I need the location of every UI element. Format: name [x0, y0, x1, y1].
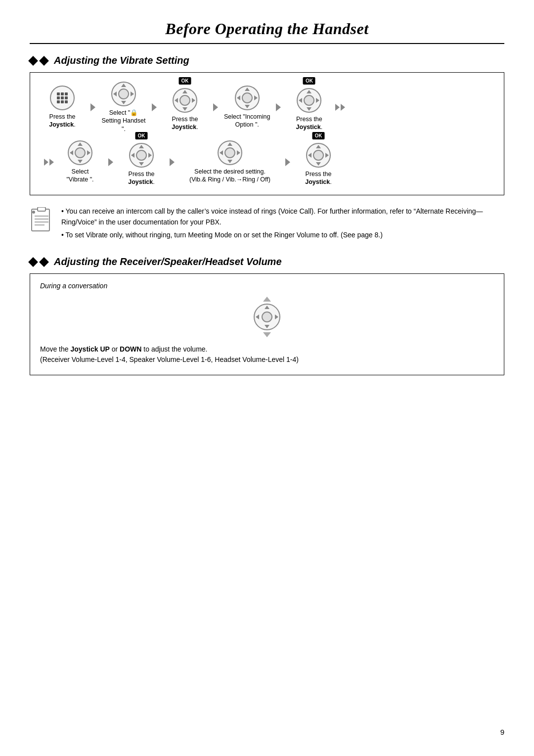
arrow-sep-7: [279, 158, 296, 166]
arrow-sep-5: [102, 158, 119, 166]
step-label-6: Select"Vibrate ".: [66, 168, 93, 184]
note-1: You can receive an intercom call by the …: [61, 206, 504, 227]
diamond-icon-1: [28, 56, 38, 66]
arrow-left: [70, 150, 73, 155]
arrow-left: [220, 150, 223, 155]
menu-joystick-icon: [50, 86, 75, 110]
step-select-vibrate: Select"Vibrate ".: [58, 140, 102, 184]
receiver-instruction-text: Move the Joystick UP or DOWN to adjust t…: [40, 344, 494, 365]
step-select-incoming: Select "IncomingOption ".: [224, 86, 270, 129]
diamond-icon-4: [39, 257, 49, 267]
double-arrow-icon-2: [44, 159, 54, 166]
down-arrow-icon: [263, 332, 271, 337]
arrow-up: [121, 84, 126, 87]
step-label-1: Press the Joystick.: [49, 113, 76, 129]
arrow-right: [148, 153, 152, 158]
arrow-icon-5: [108, 158, 113, 166]
arrow-left: [175, 98, 178, 103]
arrow-up: [78, 142, 83, 146]
arrow-down: [139, 162, 144, 166]
arrow-sep-6: [164, 158, 180, 166]
diamond-icon-2: [39, 56, 49, 66]
double-arrow-sep-end: [331, 104, 349, 111]
arrow-down: [245, 105, 250, 108]
ok-badge-2: OK: [303, 77, 315, 85]
arrow-icon-2: [152, 103, 157, 111]
arrow-down: [227, 160, 232, 163]
arrow-up: [139, 145, 144, 148]
step-label-5: Press theJoystick.: [296, 115, 323, 132]
diamond-icon-3: [28, 257, 38, 267]
step-label-7: Press theJoystick.: [128, 170, 155, 186]
arrow-right: [254, 95, 258, 100]
arrow-icon-4: [276, 103, 281, 111]
vibrate-instruction-box: Press the Joystick. Select "🔒Setting: [30, 72, 504, 195]
step-ok-press-4: OK Press theJoystick.: [296, 138, 341, 186]
notes-section: You can receive an intercom call by the …: [30, 206, 504, 242]
step-select-setting: Select the desired setting.(Vib.& Ring /…: [180, 140, 279, 184]
ok-badge-1: OK: [179, 77, 191, 85]
arrow-down: [307, 107, 312, 111]
receiver-instruction-box: During a conversation Move the Joystick …: [30, 273, 504, 375]
step-ok-press-3: OK Press theJoystick.: [119, 138, 164, 186]
arrow-sep-1: [85, 103, 101, 111]
arrow-down: [316, 162, 321, 166]
svg-point-6: [32, 211, 35, 214]
arrow-down: [265, 325, 269, 328]
arrow-sep-3: [207, 103, 224, 111]
arrow-up: [316, 145, 321, 148]
arrow-right: [325, 153, 329, 158]
arrow-up: [245, 88, 250, 91]
arrow-sep-2: [146, 103, 163, 111]
step-select-1: Select "🔒Setting Handset".: [101, 82, 146, 133]
step-label-2: Select "🔒Setting Handset".: [102, 109, 146, 133]
arrow-down: [182, 107, 187, 111]
step-ok-press-2: OK Press theJoystick.: [287, 83, 331, 132]
up-arrow-icon: [263, 297, 271, 302]
page-title: Before Operating the Handset: [30, 20, 504, 38]
arrow-icon-1: [90, 103, 95, 111]
arrow-right: [316, 98, 319, 103]
arrow-icon-3: [213, 103, 218, 111]
arrow-sep-4: [270, 103, 287, 111]
arrow-right: [87, 150, 90, 155]
notepad-icon: [30, 207, 53, 233]
step-label-8: Select the desired setting.(Vib.& Ring /…: [189, 168, 270, 184]
double-arrow-icon: [335, 104, 345, 111]
ok-badge-4: OK: [312, 132, 325, 139]
arrow-left: [131, 153, 134, 158]
svg-rect-1: [38, 207, 45, 211]
arrow-left: [237, 95, 240, 100]
arrow-down: [78, 160, 83, 163]
receiver-joystick: [40, 297, 494, 337]
arrow-right: [237, 150, 240, 155]
arrow-right: [275, 314, 278, 319]
step-ok-press-1: OK Press theJoystick.: [163, 83, 207, 132]
arrow-icon-6: [170, 158, 175, 166]
arrow-right: [131, 91, 134, 96]
notes-text: You can receive an intercom call by the …: [61, 206, 504, 242]
arrow-left: [256, 314, 259, 319]
arrow-icon-7: [285, 158, 290, 166]
ok-badge-3: OK: [135, 132, 148, 139]
arrow-left: [113, 91, 117, 96]
title-divider: [30, 43, 504, 44]
vibrate-row-2: Select"Vibrate ". OK: [40, 138, 494, 186]
section2-header: Adjusting the Receiver/Speaker/Headset V…: [30, 256, 504, 267]
double-arrow-sep-start: [40, 159, 58, 166]
arrow-left: [308, 153, 312, 158]
arrow-up: [307, 90, 312, 93]
during-conversation: During a conversation: [40, 282, 494, 290]
arrow-left: [299, 98, 302, 103]
note-2: To set Vibrate only, without ringing, tu…: [61, 230, 504, 241]
page-number: 9: [500, 728, 504, 736]
step-label-4: Select "IncomingOption ".: [224, 113, 270, 129]
arrow-up: [265, 306, 269, 309]
receiver-joystick-icon: [254, 304, 280, 330]
step-label-9: Press theJoystick.: [305, 170, 332, 186]
arrow-up: [227, 142, 232, 146]
step-press-joystick-1: Press the Joystick.: [40, 86, 85, 129]
arrow-right: [192, 98, 195, 103]
arrow-down: [121, 101, 126, 104]
step-label-3: Press theJoystick.: [172, 115, 198, 132]
